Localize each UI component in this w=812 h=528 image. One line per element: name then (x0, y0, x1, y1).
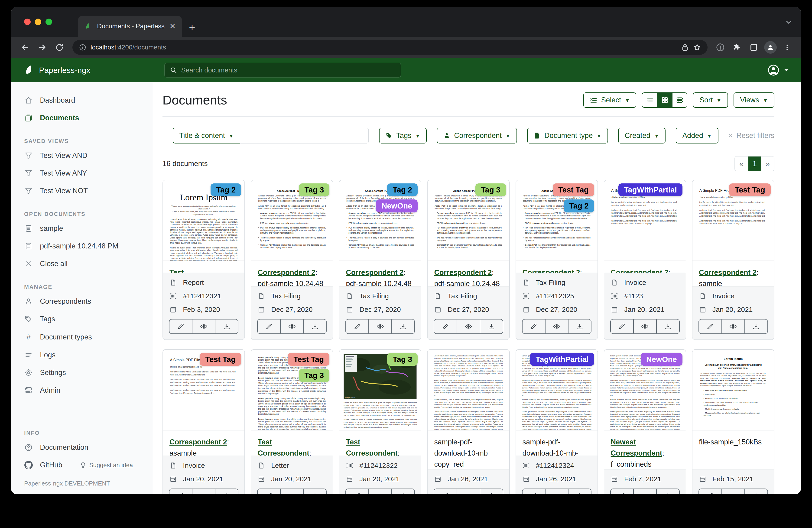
global-search[interactable] (164, 63, 401, 77)
site-info-icon[interactable] (79, 44, 86, 51)
download-button[interactable] (391, 319, 414, 333)
sidebar-item-github[interactable]: GitHub Suggest an idea (11, 456, 153, 474)
view-detail-button[interactable] (672, 93, 687, 107)
document-card[interactable]: Adobe Acrobat PDF Files Adobe® Portable … (516, 180, 598, 340)
tag-badge[interactable]: Test Tag (729, 183, 771, 196)
document-card[interactable]: Lorem ipsum Lorem ipsum dolor sit amet, … (692, 349, 774, 494)
correspondent-link[interactable]: Correspondent 2 (170, 438, 227, 446)
views-dropdown-button[interactable]: Views▼ (734, 92, 774, 108)
filter-tags-button[interactable]: Tags▼ (379, 128, 427, 143)
tag-badge[interactable]: TagWithPartial (619, 183, 682, 196)
url-text[interactable]: localhost:4200/documents (90, 44, 677, 51)
view-list-button[interactable] (642, 93, 657, 107)
sidebar-item-test-view-any[interactable]: Test View ANY (11, 165, 153, 182)
close-window-button[interactable] (24, 18, 31, 25)
side-panel-icon[interactable] (746, 43, 761, 52)
view-button[interactable] (633, 489, 656, 494)
tag-badge[interactable]: TagWithPartial (530, 353, 594, 366)
download-button[interactable] (568, 489, 591, 494)
correspondent-link[interactable]: Newest Correspondent (611, 438, 662, 457)
view-button[interactable] (368, 489, 391, 494)
document-card[interactable]: Adobe Acrobat PDF Files Adobe® Portable … (427, 180, 509, 340)
edit-button[interactable] (170, 319, 192, 333)
view-grid-button[interactable] (657, 93, 672, 107)
page-next-button[interactable]: » (761, 157, 774, 171)
document-card[interactable]: A Simple PDF FileThis is a small demonst… (604, 180, 686, 340)
correspondent-link[interactable]: Test Correspondent (258, 438, 309, 456)
page-prev-button[interactable]: « (735, 157, 748, 171)
edit-button[interactable] (523, 489, 545, 494)
sidebar-item-tags[interactable]: Tags (11, 310, 153, 328)
edit-button[interactable] (170, 489, 192, 494)
tag-badge[interactable]: NewOne (641, 353, 682, 366)
view-button[interactable] (722, 319, 744, 333)
view-button[interactable] (545, 489, 568, 494)
tag-badge[interactable]: Test Tag (200, 353, 241, 366)
reset-filters-link[interactable]: ✕ Reset filters (728, 128, 774, 143)
download-button[interactable] (391, 489, 414, 494)
app-brand[interactable]: Paperless-ngx (11, 65, 153, 75)
edit-button[interactable] (434, 489, 456, 494)
sidebar-item-documents[interactable]: Documents (11, 109, 153, 127)
back-button[interactable] (18, 43, 32, 52)
forward-button[interactable] (35, 43, 50, 52)
view-button[interactable] (368, 319, 391, 333)
tag-badge[interactable]: Tag 2 (387, 183, 418, 196)
view-button[interactable] (192, 489, 215, 494)
filter-text-input[interactable] (240, 128, 369, 143)
filter-created-button[interactable]: Created▼ (618, 128, 666, 143)
search-input[interactable] (181, 67, 395, 74)
sidebar-item-close-all[interactable]: Close all (11, 255, 153, 273)
sidebar-item-logs[interactable]: Logs (11, 346, 153, 364)
share-icon[interactable] (681, 43, 689, 51)
document-card[interactable]: Lorem Ipsum is simply dummy text of the … (251, 349, 333, 494)
tag-badge[interactable]: Tag 3 (387, 353, 418, 366)
document-card[interactable]: Google Earth Mauris ac auctor dolor. Pro… (339, 349, 421, 494)
bookmark-star-icon[interactable] (693, 43, 701, 51)
browser-tab[interactable]: Documents - Paperless-ngx ✕ (78, 16, 182, 37)
view-button[interactable] (456, 319, 480, 333)
download-button[interactable] (480, 489, 503, 494)
correspondent-link[interactable]: Correspondent 2 (346, 268, 404, 276)
correspondent-link[interactable]: Correspondent 2 (258, 268, 315, 276)
page-current[interactable]: 1 (748, 157, 761, 171)
edit-button[interactable] (346, 489, 368, 494)
sort-dropdown-button[interactable]: Sort▼ (693, 92, 728, 108)
filter-document-type-button[interactable]: Document type▼ (527, 128, 608, 143)
edit-button[interactable] (346, 319, 368, 333)
sidebar-item-open-doc-pdf-sample[interactable]: pdf-sample 10.24.48 PM (11, 237, 153, 255)
view-button[interactable] (456, 489, 480, 494)
browser-menu-icon[interactable] (780, 44, 794, 51)
zoom-window-button[interactable] (45, 18, 52, 25)
edit-button[interactable] (611, 319, 633, 333)
view-button[interactable] (192, 319, 215, 333)
filter-correspondent-button[interactable]: Correspondent▼ (437, 128, 517, 143)
document-card[interactable]: Lorem ipsum dolor sit amet, consectetur … (604, 349, 686, 494)
correspondent-link[interactable]: Correspondent 2 (611, 268, 668, 273)
password-manager-icon[interactable] (713, 43, 727, 52)
view-button[interactable] (280, 489, 303, 494)
download-button[interactable] (303, 319, 326, 333)
download-button[interactable] (656, 489, 679, 494)
extensions-puzzle-icon[interactable] (730, 43, 744, 52)
sidebar-item-open-doc-sample[interactable]: sample (11, 220, 153, 237)
edit-button[interactable] (699, 489, 722, 494)
select-dropdown-button[interactable]: Select▼ (583, 92, 636, 108)
suggest-an-idea-link[interactable]: Suggest an idea (80, 461, 133, 469)
sidebar-item-admin[interactable]: Admin (11, 382, 153, 399)
tag-badge[interactable]: Tag 3 (299, 369, 330, 382)
document-card[interactable]: Lorem ipsum dolor sit amet, consectetur … (427, 349, 509, 494)
tag-badge[interactable]: Tag 3 (299, 183, 330, 196)
tab-close-icon[interactable]: ✕ (170, 23, 175, 30)
tab-search-chevron-icon[interactable] (785, 18, 793, 27)
address-bar[interactable]: localhost:4200/documents (72, 40, 708, 55)
document-preview[interactable]: Lorem ipsum dolor sit amet, consectetur … (427, 350, 509, 430)
reload-button[interactable] (52, 43, 67, 52)
view-button[interactable] (280, 319, 303, 333)
correspondent-link[interactable]: Correspondent 2 (523, 268, 580, 273)
sidebar-item-test-view-not[interactable]: Test View NOT (11, 182, 153, 200)
tag-badge[interactable]: Test Tag (553, 183, 594, 196)
sidebar-item-document-types[interactable]: # Document types (11, 328, 153, 346)
sidebar-item-test-view-and[interactable]: Test View AND (11, 147, 153, 165)
document-card[interactable]: Lorem ipsum dolor sit amet, consectetur … (516, 349, 598, 494)
